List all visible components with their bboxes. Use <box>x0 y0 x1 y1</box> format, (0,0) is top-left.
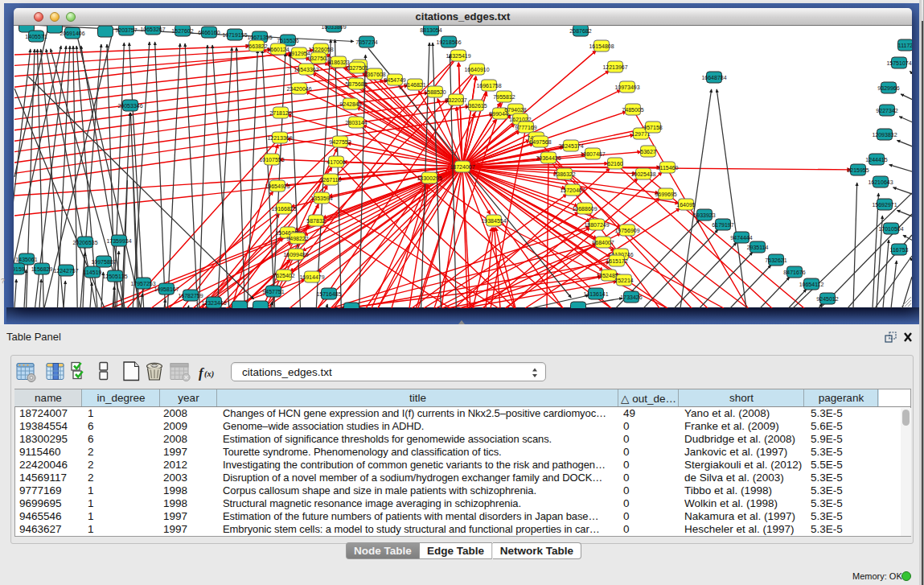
svg-text:16640910: 16640910 <box>464 67 489 72</box>
svg-text:6794028: 6794028 <box>504 107 526 113</box>
svg-text:116753: 116753 <box>890 247 909 253</box>
svg-text:2087682: 2087682 <box>569 28 591 34</box>
svg-text:10975887: 10975887 <box>91 259 116 265</box>
svg-text:7663822: 7663822 <box>245 43 267 49</box>
svg-text:9457751: 9457751 <box>262 289 284 295</box>
svg-text:1527602: 1527602 <box>171 28 193 34</box>
svg-text:10654112: 10654112 <box>799 282 824 287</box>
svg-text:12213967: 12213967 <box>602 64 627 70</box>
svg-text:9699695: 9699695 <box>655 192 676 197</box>
svg-text:10958107: 10958107 <box>154 286 179 292</box>
svg-text:53627: 53627 <box>640 149 656 154</box>
svg-text:11172: 11172 <box>898 43 912 48</box>
svg-text:252214: 252214 <box>614 278 633 283</box>
svg-text:17359934: 17359934 <box>106 238 131 244</box>
svg-text:5875685: 5875685 <box>345 81 367 87</box>
svg-text:9329966: 9329966 <box>877 85 899 91</box>
svg-text:9684007: 9684007 <box>592 240 614 245</box>
svg-text:16033809: 16033809 <box>321 26 346 30</box>
svg-text:16154808: 16154808 <box>589 43 614 49</box>
svg-text:12323446: 12323446 <box>201 300 226 306</box>
svg-text:10025438: 10025438 <box>630 171 655 177</box>
svg-text:19218506: 19218506 <box>436 39 461 45</box>
svg-text:8215955: 8215955 <box>847 167 869 173</box>
svg-text:9242848: 9242848 <box>339 101 361 107</box>
svg-text:3267110: 3267110 <box>320 177 342 183</box>
svg-text:8186323: 8186323 <box>327 60 349 65</box>
svg-text:17010504: 17010504 <box>878 226 903 232</box>
svg-text:7515526: 7515526 <box>277 38 298 43</box>
svg-text:18807249: 18807249 <box>584 222 609 228</box>
svg-text:19384554: 19384554 <box>481 218 506 224</box>
svg-text:1362615: 1362615 <box>465 103 487 109</box>
svg-text:19756909: 19756909 <box>614 228 639 233</box>
svg-text:23420046: 23420046 <box>286 86 311 92</box>
svg-text:2935114: 2935114 <box>747 245 769 250</box>
svg-text:6179197: 6179197 <box>712 222 733 228</box>
svg-text:8322037: 8322037 <box>445 97 466 103</box>
svg-text:6466160: 6466160 <box>198 30 220 35</box>
svg-text:13325419: 13325419 <box>446 53 470 59</box>
svg-text:10107553: 10107553 <box>259 157 284 163</box>
svg-text:9146821: 9146821 <box>404 82 425 88</box>
svg-text:16648784: 16648784 <box>701 75 726 80</box>
svg-text:20691406: 20691406 <box>60 31 84 36</box>
svg-text:9227342: 9227342 <box>876 108 897 113</box>
svg-text:164095: 164095 <box>676 202 695 208</box>
svg-text:9498222: 9498222 <box>286 236 308 241</box>
svg-text:16914479: 16914479 <box>299 274 324 280</box>
svg-text:15716485: 15716485 <box>316 291 341 297</box>
svg-text:10973493: 10973493 <box>614 84 639 90</box>
svg-text:15692971: 15692971 <box>872 202 897 208</box>
svg-text:16782759: 16782759 <box>178 293 203 299</box>
svg-text:5933923: 5933923 <box>693 212 715 218</box>
svg-text:15720407: 15720407 <box>560 187 585 193</box>
svg-text:417006: 417006 <box>326 159 345 165</box>
svg-text:2803144: 2803144 <box>345 120 367 126</box>
svg-text:9327503: 9327503 <box>307 56 329 61</box>
svg-text:7955812: 7955812 <box>493 94 515 100</box>
svg-text:18300295: 18300295 <box>417 175 441 181</box>
svg-text:12093832: 12093832 <box>872 132 897 138</box>
svg-text:7357274: 7357274 <box>355 39 377 45</box>
svg-text:20206535: 20206535 <box>72 240 97 245</box>
svg-text:1156829: 1156829 <box>31 266 53 272</box>
svg-text:19654925: 19654925 <box>265 183 290 189</box>
svg-text:957158: 957158 <box>643 125 662 130</box>
svg-text:39159: 39159 <box>14 266 25 272</box>
svg-text:20364436: 20364436 <box>536 155 561 161</box>
svg-text:17957253: 17957253 <box>130 281 155 286</box>
svg-text:16210643: 16210643 <box>868 179 893 185</box>
svg-text:19166825: 19166825 <box>271 206 296 212</box>
svg-text:12505135: 12505135 <box>102 274 127 279</box>
svg-text:1435061: 1435061 <box>15 257 37 262</box>
svg-text:16099489: 16099489 <box>283 252 308 257</box>
svg-text:9245012: 9245012 <box>816 296 838 302</box>
svg-text:7625402: 7625402 <box>273 273 294 278</box>
svg-text:8454749: 8454749 <box>384 77 405 83</box>
svg-text:587832: 587832 <box>306 218 325 224</box>
svg-text:1353594: 1353594 <box>310 196 332 201</box>
svg-text:1588520: 1588520 <box>424 89 446 95</box>
svg-text:18724007: 18724007 <box>450 164 474 170</box>
svg-text:114519: 114519 <box>84 270 102 275</box>
svg-text:6497568: 6497568 <box>529 139 551 145</box>
svg-text:2367608: 2367608 <box>363 72 385 77</box>
svg-text:1405571: 1405571 <box>25 34 47 39</box>
svg-text:16543362: 16543362 <box>294 67 318 72</box>
svg-text:10719155: 10719155 <box>222 32 247 38</box>
svg-text:8471676: 8471676 <box>783 270 805 275</box>
svg-text:9777169: 9777169 <box>515 125 536 130</box>
svg-text:15751074: 15751074 <box>886 60 911 66</box>
svg-text:7632621: 7632621 <box>765 257 786 263</box>
svg-text:1733426: 1733426 <box>620 295 642 300</box>
svg-text:9327508: 9327508 <box>346 65 368 71</box>
svg-text:(x): (x) <box>204 369 214 379</box>
svg-text:20053346: 20053346 <box>117 103 142 109</box>
svg-text:10653267: 10653267 <box>140 27 165 32</box>
svg-text:10671355: 10671355 <box>247 35 272 40</box>
svg-text:2718126: 2718126 <box>269 110 291 116</box>
svg-text:7485005: 7485005 <box>622 107 643 113</box>
svg-text:9115460: 9115460 <box>657 165 679 171</box>
svg-text:10688609: 10688609 <box>572 206 597 212</box>
